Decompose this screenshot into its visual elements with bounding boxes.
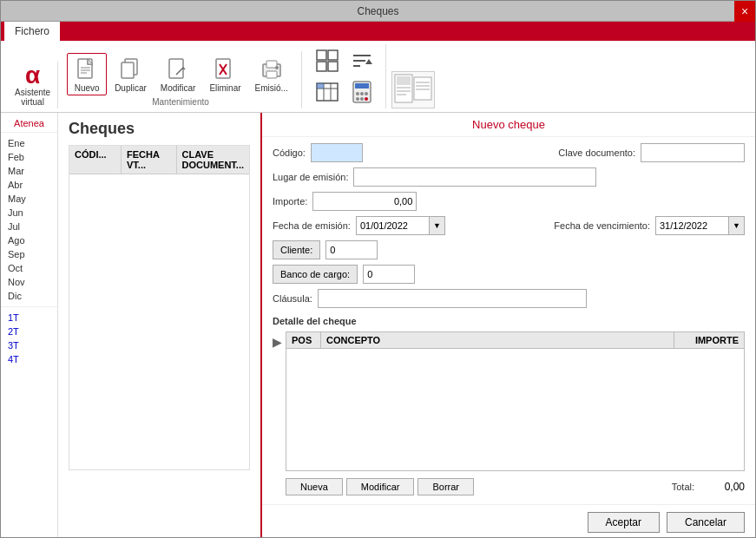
- form-row-fechas: Fecha de emisión: ▼ Fecha de vencimiento…: [273, 215, 745, 236]
- table-button[interactable]: [311, 77, 344, 107]
- form-row-clausula: Cláusula:: [273, 288, 745, 309]
- quarter-1t[interactable]: 1T: [1, 311, 57, 325]
- lugar-emision-label: Lugar de emisión:: [273, 172, 348, 182]
- form-row-banco: Banco de cargo:: [273, 264, 745, 285]
- close-button[interactable]: ×: [734, 1, 755, 22]
- left-panel: Atenea Ene Feb Mar Abr May Jun Jul Ago S…: [1, 113, 58, 537]
- emision-button[interactable]: Emisió...: [249, 53, 294, 95]
- quarter-4t[interactable]: 4T: [1, 352, 57, 366]
- fecha-emision-input[interactable]: [356, 216, 430, 235]
- cancelar-button[interactable]: Cancelar: [667, 512, 745, 533]
- detail-body: [286, 349, 744, 470]
- col-codigo: CÓDI...: [69, 146, 122, 174]
- month-ene[interactable]: Ene: [1, 136, 57, 150]
- grid-button[interactable]: [311, 46, 344, 75]
- main-content: Cheques CÓDI... FECHA VT... CLAVE DOCUME…: [58, 113, 260, 537]
- col-pos: POS: [286, 332, 321, 348]
- fecha-emision-dropdown[interactable]: ▼: [430, 216, 445, 235]
- month-nov[interactable]: Nov: [1, 275, 57, 289]
- atenea-label: Atenea: [1, 116, 57, 133]
- clave-doc-label: Clave documento:: [558, 148, 635, 158]
- codigo-input[interactable]: [311, 143, 363, 162]
- banco-input[interactable]: [363, 265, 415, 284]
- form-row-codigo: Código: Clave documento:: [273, 142, 745, 163]
- quarter-3t[interactable]: 3T: [1, 338, 57, 352]
- detail-actions: Nueva Modificar Borrar Total: 0,00: [286, 475, 745, 499]
- asistente-icon: α: [25, 63, 40, 88]
- arrow-indicator: ▶: [273, 335, 282, 349]
- total-label: Total:: [672, 482, 694, 492]
- month-dic[interactable]: Dic: [1, 289, 57, 303]
- quarter-2t[interactable]: 2T: [1, 325, 57, 338]
- image-placeholder: [391, 71, 435, 108]
- fecha-vencimiento-input[interactable]: [655, 216, 729, 235]
- duplicar-label: Duplicar: [115, 83, 147, 93]
- svg-rect-15: [266, 61, 277, 68]
- content-area: Atenea Ene Feb Mar Abr May Jun Jul Ago S…: [1, 113, 755, 537]
- modificar-button[interactable]: Modificar: [154, 53, 202, 95]
- cheques-body: [69, 174, 249, 469]
- month-ago[interactable]: Ago: [1, 233, 57, 247]
- codigo-label: Código:: [273, 148, 306, 158]
- nuevo-icon: [73, 56, 101, 83]
- eliminar-label: Eliminar: [209, 83, 240, 93]
- sort-button[interactable]: [345, 46, 378, 75]
- col-clave: CLAVE DOCUMENT...: [177, 146, 250, 174]
- svg-point-34: [360, 92, 364, 95]
- cliente-button[interactable]: Cliente:: [273, 240, 320, 259]
- svg-rect-6: [122, 62, 134, 78]
- title-bar: Cheques ×: [1, 1, 755, 22]
- month-sep[interactable]: Sep: [1, 247, 57, 261]
- detail-table-container: POS CONCEPTO IMPORTE Nueva Modificar Bor…: [286, 331, 745, 499]
- eliminar-icon: [211, 56, 239, 83]
- emision-icon: [258, 56, 286, 83]
- banco-button[interactable]: Banco de cargo:: [273, 265, 358, 284]
- fecha-vencimiento-dropdown[interactable]: ▼: [729, 216, 745, 235]
- svg-rect-40: [397, 76, 411, 85]
- month-may[interactable]: May: [1, 192, 57, 206]
- svg-point-33: [356, 92, 359, 95]
- svg-marker-25: [365, 59, 372, 64]
- month-jul[interactable]: Jul: [1, 220, 57, 233]
- tab-fichero[interactable]: Fichero: [4, 22, 60, 41]
- svg-point-17: [275, 66, 279, 69]
- modificar-detail-button[interactable]: Modificar: [346, 478, 415, 495]
- dialog-title: Nuevo cheque: [262, 113, 755, 137]
- asistente-virtual-group: α Asistente virtual: [8, 62, 58, 108]
- form-row-lugar: Lugar de emisión:: [273, 167, 745, 187]
- fecha-emision-label: Fecha de emisión:: [273, 220, 351, 231]
- calc-button[interactable]: [345, 77, 378, 107]
- form-row-cliente: Cliente:: [273, 239, 745, 260]
- month-mar[interactable]: Mar: [1, 164, 57, 178]
- lugar-emision-input[interactable]: [353, 167, 596, 187]
- importe-input[interactable]: [312, 192, 417, 211]
- borrar-button[interactable]: Borrar: [417, 478, 474, 495]
- mantenimiento-group: Nuevo Duplicar: [60, 51, 302, 108]
- nueva-button[interactable]: Nueva: [286, 478, 343, 495]
- total-value: 0,00: [701, 481, 745, 493]
- aceptar-button[interactable]: Aceptar: [588, 512, 660, 533]
- nuevo-button[interactable]: Nuevo: [67, 53, 107, 95]
- nuevo-label: Nuevo: [75, 83, 100, 93]
- duplicar-button[interactable]: Duplicar: [108, 53, 153, 95]
- asistente-label1: Asistente: [15, 88, 50, 97]
- dialog-panel: Nuevo cheque Código: Clave documento: Lu…: [260, 113, 755, 537]
- dialog-footer: Aceptar Cancelar: [262, 504, 755, 537]
- month-feb[interactable]: Feb: [1, 150, 57, 164]
- cliente-input[interactable]: [325, 240, 378, 259]
- fecha-emision-wrap: ▼: [356, 216, 445, 235]
- month-abr[interactable]: Abr: [1, 178, 57, 192]
- svg-point-38: [365, 97, 368, 101]
- clave-doc-input[interactable]: [641, 143, 745, 162]
- svg-rect-7: [169, 59, 183, 78]
- month-jun[interactable]: Jun: [1, 206, 57, 220]
- clausula-input[interactable]: [318, 289, 587, 308]
- month-oct[interactable]: Oct: [1, 261, 57, 275]
- ribbon-tabs: Fichero: [1, 22, 755, 41]
- cheques-table: CÓDI... FECHA VT... CLAVE DOCUMENT...: [69, 145, 250, 470]
- dialog-form: Código: Clave documento: Lugar de emisió…: [262, 137, 755, 504]
- svg-rect-44: [414, 77, 431, 100]
- image-toolbar-area: [391, 71, 435, 108]
- eliminar-button[interactable]: Eliminar: [203, 53, 247, 95]
- modificar-icon: [164, 56, 192, 83]
